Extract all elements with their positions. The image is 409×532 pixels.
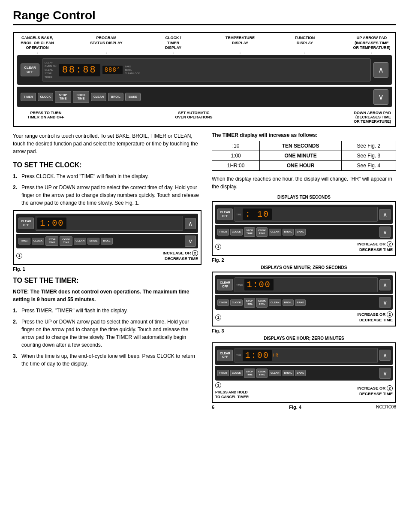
fig2-cook-btn[interactable]: COOKTIME <box>256 227 268 237</box>
clock-display: 88:88 <box>59 64 100 76</box>
fig2-clean-btn[interactable]: CLEAN <box>269 229 281 235</box>
intro-text: Your range control is touch controlled. … <box>13 132 201 155</box>
fig3-up-arrow[interactable]: ∧ <box>379 279 391 290</box>
timer-note: NOTE: The TIMER does not control oven op… <box>13 288 201 303</box>
doc-id: NCERC08 <box>376 405 396 409</box>
fig4-bake-btn[interactable]: BAKE <box>295 370 306 376</box>
fig1-up-arrow[interactable]: ∧ <box>185 218 196 229</box>
fig2-down-arrow[interactable]: ∨ <box>379 227 391 238</box>
fig1-display: 1:00 <box>36 216 183 231</box>
clock-button[interactable]: CLOCK <box>38 93 53 101</box>
display-area: DELAYOVEN ONCLEANSTOPTIMER 88:88 888° BA… <box>42 58 371 82</box>
fig1-circle1-area: 1 <box>16 253 22 259</box>
fig2-caption: DISPLAYS TEN SECONDS <box>212 195 396 200</box>
fig3-increase-label: INCREASE OR 2DECREASE TIME <box>357 311 393 323</box>
fig3-bake-btn[interactable]: BAKE <box>295 299 306 306</box>
stop-time-button[interactable]: STOPTIME <box>55 91 71 103</box>
fig2-diagram: CLEAROFF TIME : 10 ∧ TIMER CLOCK STOPTIM… <box>212 201 396 256</box>
timer-row-3: 1HR:00 ONE HOUR See Fig. 4 <box>212 161 396 171</box>
label-set-auto: SET AUTOMATICOVEN OPERATIONS <box>166 111 222 124</box>
timer-table-heading: The TIMER display will increase as follo… <box>212 132 396 138</box>
timer-button[interactable]: TIMER <box>21 93 36 101</box>
clean-button[interactable]: CLEAN <box>91 93 106 101</box>
label-down-arrow: DOWN ARROW PAD(DECREASES TIMEOR TEMPERAT… <box>314 111 391 124</box>
fig3-clean-btn[interactable]: CLEAN <box>269 299 281 306</box>
cook-time-button[interactable]: COOKTIME <box>73 91 89 103</box>
timer-val-3: 1HR:00 <box>212 161 260 171</box>
clear-off-button[interactable]: CLEAROFF <box>21 63 39 76</box>
fig3-clear-btn[interactable]: CLEAROFF <box>217 279 233 290</box>
fig2-display: TIME : 10 <box>235 207 378 222</box>
fig2-up-arrow[interactable]: ∧ <box>379 209 391 220</box>
fig3-diagram: CLEAROFF TIMER 1:00 ∧ TIMER CLOCK STOPTI… <box>212 272 396 326</box>
up-arrow-pad[interactable]: ∧ <box>373 62 388 78</box>
fig4-up-arrow[interactable]: ∧ <box>379 350 391 361</box>
timer-step-1: 1.Press TIMER. "TIMER" will flash in the… <box>13 307 201 314</box>
fig4-clear-btn[interactable]: CLEAROFF <box>217 350 233 361</box>
fig1-bake-btn[interactable]: BAKE <box>101 238 113 244</box>
fig1-clear-btn[interactable]: CLEAROFF <box>18 218 34 229</box>
clock-section-heading: TO SET THE CLOCK: <box>13 161 201 169</box>
right-column: The TIMER display will increase as follo… <box>212 132 396 410</box>
fig4-clock-btn[interactable]: CLOCK <box>230 370 243 376</box>
fig3-label: Fig. 3 <box>212 328 396 333</box>
timer-val-2: 1:00 <box>212 151 260 161</box>
fig3-stop-btn[interactable]: STOPTIME <box>244 298 255 307</box>
fig2-digit: : 10 <box>243 209 272 220</box>
fig4-broil-btn[interactable]: BROIL <box>283 370 294 376</box>
fig4-clean-btn[interactable]: CLEAN <box>269 370 281 376</box>
timer-desc-2: ONE MINUTE <box>260 151 342 161</box>
temp-display: 888° <box>102 66 123 74</box>
fig3-clock-btn[interactable]: CLOCK <box>230 299 243 306</box>
page-title: Range Control <box>13 9 396 25</box>
fig2-clock-btn[interactable]: CLOCK <box>230 229 243 235</box>
fig1-diagram: CLEAROFF 1:00 ∧ TIMER CLOCK STOPTIME COO… <box>13 210 201 265</box>
fig1-label: Fig. 1 <box>13 266 201 272</box>
label-temperature: TEMPERATUREDISPLAY <box>223 36 257 51</box>
timer-ref-1: See Fig. 2 <box>341 141 396 151</box>
timer-desc-3: ONE HOUR <box>260 161 342 171</box>
label-press-timer: PRESS TO TURNTIMER ON AND OFF <box>18 111 74 124</box>
fig4-circle1: 1 <box>215 382 221 388</box>
fig4-down-arrow[interactable]: ∨ <box>379 368 391 379</box>
fig1-cook-btn[interactable]: COOKTIME <box>60 236 72 246</box>
fig4-press-hold: PRESS AND HOLDTO CANCEL TIMER <box>215 390 249 399</box>
fig1-broil-btn[interactable]: BROIL <box>87 238 99 244</box>
fig1-circle1: 1 <box>16 253 22 259</box>
fig3-down-arrow[interactable]: ∨ <box>379 297 391 308</box>
fig3-timer-btn[interactable]: TIMER <box>217 299 229 306</box>
label-clock-timer: CLOCK /TIMERDISPLAY <box>156 36 190 51</box>
timer-row-1: :10 TEN SECONDS See Fig. 2 <box>212 141 396 151</box>
status-display: DELAYOVEN ONCLEANSTOPTIMER <box>45 61 57 79</box>
fig1-down-arrow[interactable]: ∨ <box>185 236 196 247</box>
fig2-clear-btn[interactable]: CLEAROFF <box>217 209 233 220</box>
fig1-clean-btn[interactable]: CLEAN <box>74 238 86 244</box>
fig2-stop-btn[interactable]: STOPTIME <box>244 227 255 237</box>
fig2-broil-btn[interactable]: BROIL <box>283 229 294 235</box>
label-up-arrow: UP ARROW PAD(INCREASES TIMEOR TEMPERATUR… <box>352 36 391 51</box>
fig2-label: Fig. 2 <box>212 257 396 263</box>
fig2-bake-btn[interactable]: BAKE <box>295 229 306 235</box>
fig1-stop-btn[interactable]: STOPTIME <box>45 236 58 246</box>
fig3-display: TIMER 1:00 <box>235 277 378 292</box>
broil-button[interactable]: BROIL <box>108 93 123 101</box>
down-arrow-pad[interactable]: ∨ <box>373 89 388 105</box>
fig3-broil-btn[interactable]: BROIL <box>283 299 294 306</box>
fig4-hr-label: HR <box>273 353 278 358</box>
fig1-circle2: 2 <box>192 250 198 256</box>
timer-step-3: 3.When the time is up, the end-of-cycle … <box>13 352 201 368</box>
fig1-timer-btn[interactable]: TIMER <box>18 238 30 244</box>
fig1-clock-btn[interactable]: CLOCK <box>32 238 44 244</box>
fig4-stop-btn[interactable]: STOPTIME <box>244 369 255 378</box>
bake-button[interactable]: BAKE <box>125 93 141 101</box>
page-number: 6 <box>212 405 214 410</box>
main-content: Your range control is touch controlled. … <box>13 132 396 410</box>
fig1-digit: 1:00 <box>37 218 66 229</box>
fig3-circle1: 1 <box>215 314 221 320</box>
fig4-timer-btn[interactable]: TIMER <box>217 370 229 376</box>
fig3-cook-btn[interactable]: COOKTIME <box>256 298 268 307</box>
timer-row-2: 1:00 ONE MINUTE See Fig. 3 <box>212 151 396 161</box>
func-display: BAKEBROILCLEAN LOCK <box>125 65 140 76</box>
fig4-cook-btn[interactable]: COOKTIME <box>256 369 268 378</box>
fig2-timer-btn[interactable]: TIMER <box>217 229 229 235</box>
